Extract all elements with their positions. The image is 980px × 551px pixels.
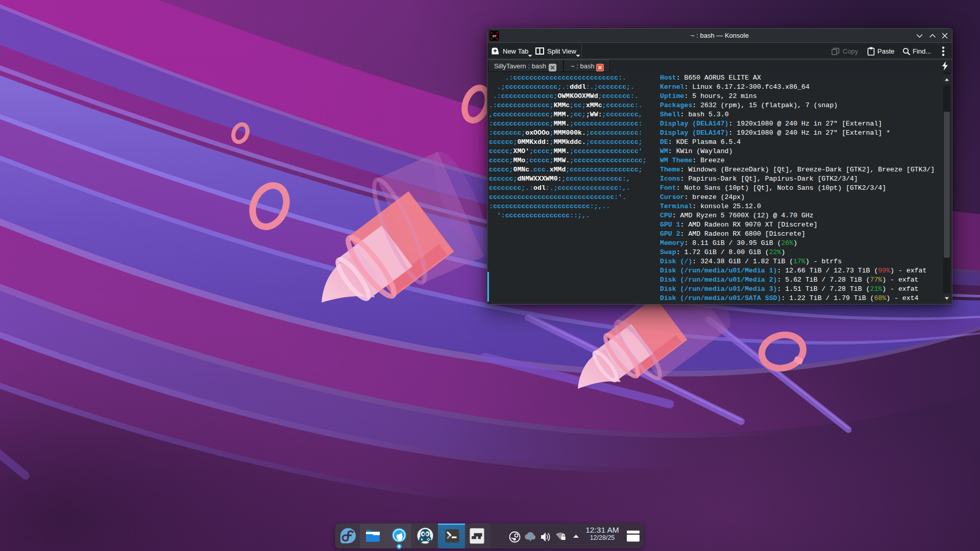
svg-text:?: ? — [528, 533, 532, 540]
